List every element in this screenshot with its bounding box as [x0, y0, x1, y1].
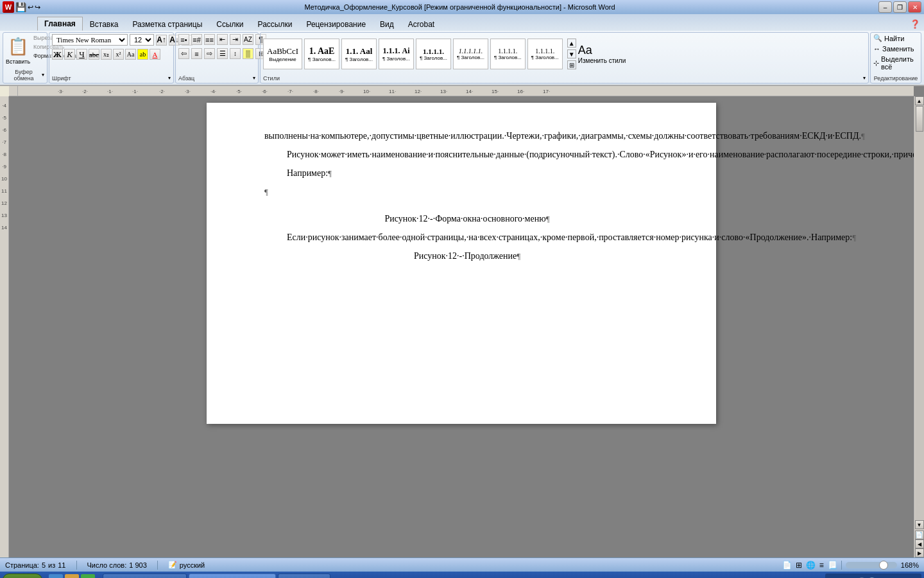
style-item-h111[interactable]: 1.1.1. Аі ¶ Заголов... [379, 39, 414, 69]
quick-access-redo[interactable]: ↪ [35, 3, 40, 12]
page-wrapper[interactable]: выполнены·на·компьютере,·допустимы·цветн… [9, 96, 914, 557]
paragraph-7-caption[interactable]: Рисунок·12·-·Продолжение¶ [264, 249, 670, 263]
strikethrough-button[interactable]: abc [89, 49, 99, 60]
language-text: русский [180, 561, 205, 569]
minimize-button[interactable]: – [878, 1, 892, 13]
underline-button[interactable]: Ч [76, 49, 87, 60]
tab-references[interactable]: Ссылки [209, 17, 250, 31]
bullets-button[interactable]: ≡• [178, 34, 189, 45]
zoom-level[interactable]: 168% [901, 561, 919, 569]
align-left-button[interactable]: ⇦ [178, 48, 189, 59]
zoom-slider[interactable] [846, 562, 897, 568]
multilevel-button[interactable]: ≡≡ [204, 34, 215, 45]
scroll-thumb[interactable] [916, 106, 923, 132]
view-fullscreen-button[interactable]: ⊞ [796, 561, 802, 570]
font-size-select[interactable]: 12 [130, 34, 154, 46]
tab-review[interactable]: Рецензирование [299, 17, 373, 31]
prev-page-button[interactable]: ◀ [915, 539, 924, 548]
view-draft-button[interactable]: 📃 [828, 561, 837, 570]
vertical-scrollbar[interactable]: ▲ ▼ 📄 ◀ ▶ [914, 96, 924, 557]
replace-button[interactable]: ↔Заменить [873, 45, 914, 53]
find-button[interactable]: 🔍Найти [873, 34, 904, 42]
styles-expand-icon[interactable]: ▾ [863, 75, 866, 81]
styles-scroll-up[interactable]: ▲ [567, 39, 576, 48]
font-name-select[interactable]: Times New Roman [52, 34, 128, 46]
view-outline-button[interactable]: ≡ [819, 561, 824, 570]
close-button[interactable]: ✕ [908, 1, 921, 13]
font-expand[interactable]: ▾ [168, 75, 171, 81]
font-label: Шрифт [52, 75, 71, 82]
style-item-h1111111[interactable]: 1.1.1.1. ¶ Заголов... [527, 39, 563, 69]
taskbar-item-dizajn[interactable]: Дизайн_книги [278, 574, 330, 578]
view-print-button[interactable]: 📄 [782, 561, 792, 570]
paragraph-2[interactable]: Рисунок·может·иметь·наименование·и·поясн… [264, 147, 670, 162]
start-button[interactable]: ⊞ Пуск [3, 574, 42, 578]
tab-acrobat[interactable]: Acrobat [401, 17, 441, 31]
paragraph-1[interactable]: выполнены·на·компьютере,·допустимы·цветн… [264, 128, 670, 143]
office-logo[interactable]: W [3, 1, 14, 13]
taskbar-icon-folder[interactable]: 📁 [65, 574, 79, 578]
superscript-button[interactable]: x² [113, 49, 124, 60]
style-item-normal[interactable]: AaBbCcI Выделение [263, 39, 302, 69]
highlight-button[interactable]: ab [137, 49, 148, 60]
numbering-button[interactable]: ≡# [191, 34, 202, 45]
sort-button[interactable]: AZ [243, 34, 253, 45]
tab-page-layout[interactable]: Разметка страницы [125, 17, 209, 31]
window-controls: – ❐ ✕ [878, 1, 921, 13]
style-item-h1111[interactable]: 1.1.1.1. ¶ Заголов... [416, 39, 451, 69]
taskbar-icon-media[interactable]: ▶ [81, 574, 95, 578]
taskbar-item-metodichka[interactable]: W Методичка_Оформл... [189, 574, 276, 578]
tab-insert[interactable]: Вставка [83, 17, 126, 31]
align-right-button[interactable]: ⇨ [204, 48, 215, 59]
language-status[interactable]: 📝 русский [168, 561, 205, 569]
paste-button[interactable]: 📋 Вставить [6, 34, 30, 67]
paragraph-5-caption[interactable]: Рисунок·12·-·Форма·окна·основного·меню¶ [264, 211, 670, 226]
taskbar-item-voronezh[interactable]: Воронежский государс... [103, 574, 187, 578]
scroll-mode-button[interactable]: 📄 [915, 530, 924, 539]
style-item-h1[interactable]: 1. AaE ¶ Заголов... [304, 39, 339, 69]
style-item-h11[interactable]: 1.1. Aal ¶ Заголов... [341, 39, 377, 69]
ribbon-toolbar: 📋 Вставить Вырезать Копировать Формат по… [0, 31, 924, 85]
shading-button[interactable]: ▒ [243, 48, 253, 59]
paragraph-expand[interactable]: ▾ [253, 75, 255, 81]
restore-button[interactable]: ❐ [893, 1, 907, 13]
taskbar-icon-ie[interactable]: e [49, 574, 63, 578]
styles-scroll-down[interactable]: ▼ [567, 49, 576, 58]
increase-indent-button[interactable]: ⇥ [230, 34, 241, 45]
paragraph-3[interactable]: Например:¶ [264, 166, 670, 180]
paragraph-6[interactable]: Если·рисунок·занимает·более·одной·страни… [264, 230, 670, 245]
bold-button[interactable]: Ж [52, 49, 63, 60]
help-button[interactable]: ❓ [906, 18, 924, 31]
decrease-indent-button[interactable]: ⇤ [217, 34, 228, 45]
scroll-down-button[interactable]: ▼ [915, 520, 924, 529]
style-item-h11111[interactable]: 1.1.1.1.1. ¶ Заголов... [453, 39, 488, 69]
page-of: из [48, 561, 55, 569]
tab-view[interactable]: Вид [373, 17, 401, 31]
subscript-button[interactable]: x₂ [101, 49, 112, 60]
quick-access-undo[interactable]: ↩ [28, 3, 33, 12]
select-button[interactable]: ⊹Выделить всё [873, 55, 918, 71]
line-spacing-button[interactable]: ↕ [230, 48, 241, 59]
vertical-ruler: ·4 ·5 ·6 ·7 ·8 ·9 10 11 12 13 14 [0, 96, 9, 557]
next-page-button[interactable]: ▶ [915, 548, 924, 557]
align-center-button[interactable]: ≡ [191, 48, 202, 59]
scroll-track[interactable] [915, 105, 924, 520]
ribbon: Главная Вставка Разметка страницы Ссылки… [0, 14, 924, 86]
text-case-button[interactable]: Aa [125, 49, 136, 60]
align-justify-button[interactable]: ☰ [217, 48, 228, 59]
font-grow-button[interactable]: A↑ [156, 35, 167, 46]
italic-button[interactable]: К [64, 49, 75, 60]
style-item-h111111[interactable]: 1.1.1.1. ¶ Заголов... [490, 39, 526, 69]
view-web-button[interactable]: 🌐 [806, 561, 816, 570]
tab-mailings[interactable]: Рассылки [251, 17, 300, 31]
clipboard-expand[interactable]: ▾ [42, 72, 44, 78]
quick-access-save[interactable]: 💾 [15, 2, 26, 13]
change-styles-button[interactable]: Aa Изменить стили [578, 44, 626, 64]
tab-home[interactable]: Главная [37, 17, 83, 31]
scroll-up-button[interactable]: ▲ [915, 96, 924, 105]
paragraph-4[interactable]: ¶ [264, 184, 670, 207]
styles-expand[interactable]: ⊞ [567, 60, 576, 69]
words-count: 1 903 [129, 561, 147, 569]
page-current: 5 [42, 561, 46, 569]
font-color-button[interactable]: A [150, 49, 160, 60]
